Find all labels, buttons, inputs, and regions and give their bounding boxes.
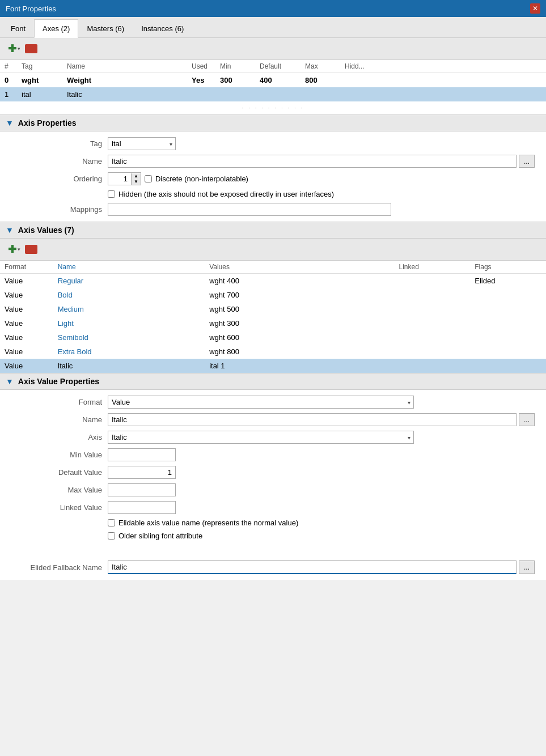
remove-value-button[interactable] (25, 245, 37, 254)
hidden-checkbox-row: Hidden (the axis should not be exposed d… (108, 190, 334, 198)
ordering-label: Ordering (11, 175, 102, 183)
name-input-area: ... (108, 155, 535, 168)
hidden-label: Hidden (the axis should not be exposed d… (118, 190, 334, 198)
add-value-button[interactable]: ✚ ▾ (6, 242, 23, 257)
row-linked (395, 359, 471, 373)
axis-value-container: Italic ▾ (108, 431, 414, 444)
mappings-input[interactable] (108, 203, 391, 216)
axis-dropdown[interactable]: Italic (108, 431, 414, 444)
name-ellipsis-button[interactable]: ... (519, 155, 535, 168)
ordering-value-container: ▲ ▼ Discrete (non-interpolatable) (108, 172, 535, 185)
axis-values-toolbar: ✚ ▾ (0, 239, 546, 261)
dropdown-arrow-icon: ▾ (18, 46, 20, 52)
row-values: wght 600 (205, 330, 394, 345)
row-num: 0 (0, 73, 17, 88)
row-flags (470, 288, 546, 302)
avp-name-input[interactable] (108, 413, 517, 426)
discrete-checkbox[interactable] (145, 175, 152, 182)
row-values: wght 500 (205, 302, 394, 316)
plus-icon: ✚ (8, 243, 16, 256)
row-linked (395, 288, 471, 302)
col-header-max: Max (300, 60, 340, 73)
window-title: Font Properties (6, 5, 56, 13)
row-flags: Elided (470, 274, 546, 288)
row-linked (395, 302, 471, 316)
row-flags (470, 316, 546, 330)
ordering-input[interactable] (108, 173, 131, 185)
row-avname: Semibold (53, 330, 205, 345)
col-header-default: Default (255, 60, 300, 73)
table-row[interactable]: 1 ital Italic (0, 87, 546, 101)
elidable-label: Elidable axis value name (represents the… (118, 519, 298, 527)
col-header-values: Values (205, 261, 394, 274)
elided-fallback-label: Elided Fallback Name (11, 563, 102, 572)
row-tag: ital (17, 87, 62, 101)
table-row[interactable]: Value Medium wght 500 (0, 302, 546, 316)
row-avname: Bold (53, 288, 205, 302)
row-flags (470, 345, 546, 359)
tab-instances[interactable]: Instances (6) (133, 19, 192, 37)
remove-axis-button[interactable] (25, 44, 37, 53)
spin-down-button[interactable]: ▼ (132, 179, 141, 185)
table-row[interactable]: 0 wght Weight Yes 300 400 800 (0, 73, 546, 88)
name-input[interactable] (108, 155, 517, 168)
tag-value-container: ital ▾ (108, 137, 535, 150)
elided-fallback-input[interactable] (108, 560, 517, 574)
row-name: Italic (62, 87, 187, 101)
dropdown-arrow-icon: ▾ (18, 247, 20, 252)
max-value-input[interactable] (108, 483, 176, 496)
row-format: Value (0, 302, 53, 316)
tab-masters[interactable]: Masters (6) (78, 19, 133, 37)
table-row[interactable]: Value Semibold wght 600 (0, 330, 546, 345)
spin-up-button[interactable]: ▲ (132, 173, 141, 179)
col-header-num: # (0, 60, 17, 73)
hidden-checkbox[interactable] (108, 190, 115, 198)
table-row[interactable]: Value Extra Bold wght 800 (0, 345, 546, 359)
row-name: Weight (62, 73, 187, 88)
format-dropdown[interactable]: Value (108, 396, 414, 409)
axis-properties-grid: Tag ital ▾ Name ... Ordering ▲ (0, 131, 546, 222)
default-value-input[interactable] (108, 466, 176, 479)
row-min (215, 87, 255, 101)
table-row[interactable]: Value Regular wght 400 Elided (0, 274, 546, 288)
row-num: 1 (0, 87, 17, 101)
title-bar: Font Properties ✕ (0, 0, 546, 17)
collapse-icon[interactable]: ▼ (6, 118, 14, 128)
elidable-checkbox[interactable] (108, 519, 115, 526)
row-used: Yes (187, 73, 215, 88)
row-format: Value (0, 316, 53, 330)
linked-value-input[interactable] (108, 501, 176, 514)
collapse-icon[interactable]: ▼ (6, 226, 14, 235)
older-sibling-checkbox[interactable] (108, 532, 115, 540)
row-format: Value (0, 359, 53, 373)
tag-dropdown[interactable]: ital (108, 137, 176, 150)
row-avname: Light (53, 316, 205, 330)
collapse-icon[interactable]: ▼ (6, 377, 14, 386)
older-sibling-container: Older sibling font attribute (108, 532, 535, 540)
axes-toolbar: ✚ ▾ (0, 38, 546, 60)
row-linked (395, 330, 471, 345)
row-values: wght 300 (205, 316, 394, 330)
row-tag: wght (17, 73, 62, 88)
linked-value-label: Linked Value (11, 503, 102, 512)
elidable-container: Elidable axis value name (represents the… (108, 519, 535, 527)
tab-axes[interactable]: Axes (2) (34, 19, 78, 38)
default-value-label: Default Value (11, 468, 102, 477)
close-button[interactable]: ✕ (530, 3, 540, 14)
avp-name-label: Name (11, 415, 102, 424)
axis-properties-title: Axis Properties (18, 118, 77, 128)
elided-fallback-ellipsis-button[interactable]: ... (519, 560, 535, 574)
table-row[interactable]: Value Bold wght 700 (0, 288, 546, 302)
row-avname: Regular (53, 274, 205, 288)
table-row[interactable]: Value Italic ital 1 (0, 359, 546, 373)
row-format: Value (0, 330, 53, 345)
avp-name-input-area: ... (108, 413, 535, 426)
min-value-input[interactable] (108, 448, 176, 461)
row-min: 300 (215, 73, 255, 88)
add-axis-button[interactable]: ✚ ▾ (6, 41, 23, 56)
avp-name-ellipsis-button[interactable]: ... (519, 413, 535, 426)
tab-font[interactable]: Font (2, 19, 34, 37)
table-row[interactable]: Value Light wght 300 (0, 316, 546, 330)
col-header-avname: Name (53, 261, 205, 274)
row-avname: Medium (53, 302, 205, 316)
